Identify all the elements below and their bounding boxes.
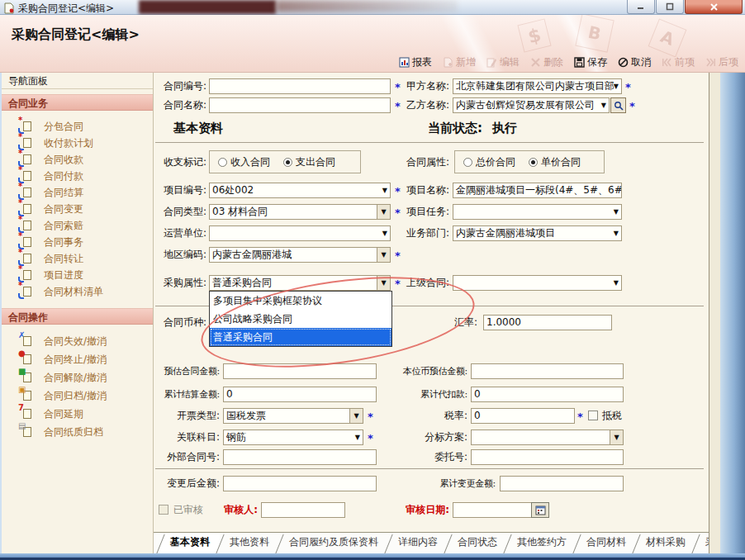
- chevron-down-icon[interactable]: ▼: [377, 205, 390, 219]
- changed-amount-input[interactable]: [223, 476, 377, 491]
- related-subject-select[interactable]: 钢筋▼: [223, 429, 363, 445]
- tax-deduct-checkbox[interactable]: [588, 411, 598, 420]
- exchange-rate-input[interactable]: 1.0000: [483, 315, 612, 330]
- tab[interactable]: 合同履约及质保资料: [279, 532, 388, 553]
- tab[interactable]: 材料采购: [636, 532, 695, 553]
- save-button[interactable]: 保存: [574, 55, 607, 69]
- project-no-select[interactable]: 06处002▼: [209, 183, 391, 198]
- calendar-button[interactable]: [531, 502, 549, 518]
- audited-checkbox[interactable]: [159, 505, 168, 515]
- chevron-down-icon[interactable]: ▼: [614, 83, 619, 90]
- contract-type-select[interactable]: 03 材料合同▼: [209, 204, 391, 220]
- previous-button[interactable]: 前项: [662, 55, 695, 69]
- chevron-down-icon[interactable]: ▼: [355, 434, 360, 441]
- business-dept-select[interactable]: 内蒙古金隅丽港城项目▼: [453, 225, 622, 241]
- chevron-down-icon[interactable]: ▼: [614, 230, 619, 237]
- sidebar-item[interactable]: ✗ 合同失效/撤消: [2, 332, 153, 350]
- chevron-down-icon[interactable]: ▼: [382, 187, 387, 194]
- tax-rate-input[interactable]: 0: [471, 408, 575, 424]
- tab[interactable]: 采购合同清单: [695, 532, 709, 553]
- sidebar-item[interactable]: * 合同索赔: [2, 217, 153, 234]
- tab[interactable]: 合同状态: [448, 532, 507, 553]
- chevron-down-icon[interactable]: ▼: [382, 230, 387, 237]
- next-button[interactable]: 后项: [705, 55, 738, 69]
- search-party-button[interactable]: [610, 97, 626, 113]
- sidebar-item[interactable]: 7 合同延期: [2, 405, 153, 423]
- report-icon: [399, 57, 410, 68]
- dropdown-option[interactable]: 公司战略采购合同: [210, 310, 391, 328]
- chevron-down-icon[interactable]: ▼: [610, 430, 623, 444]
- sidebar-item[interactable]: * 合同事务: [2, 234, 153, 250]
- tab[interactable]: 合同材料: [577, 532, 636, 553]
- close-button[interactable]: [685, 0, 743, 14]
- document-new-icon: *: [21, 137, 32, 149]
- radio-dot[interactable]: [283, 158, 292, 167]
- region-code-select[interactable]: 内蒙古金隅丽港城▼: [209, 247, 391, 263]
- tab[interactable]: 其他签约方: [507, 532, 577, 553]
- add-button[interactable]: 新增: [443, 55, 476, 69]
- tab[interactable]: 详细内容: [388, 532, 448, 553]
- radio-dot[interactable]: [529, 158, 538, 167]
- sidebar-item[interactable]: * 分包合同: [2, 118, 153, 135]
- chevron-down-icon[interactable]: ▼: [601, 102, 606, 109]
- minimize-button[interactable]: [627, 0, 655, 14]
- contract-no-input[interactable]: [209, 78, 391, 94]
- radio-unit-price-contract[interactable]: 单价合同: [529, 155, 581, 169]
- chevron-down-icon[interactable]: ▼: [349, 409, 363, 423]
- radio-expense-contract[interactable]: 支出合同: [283, 155, 335, 169]
- required-marker: *: [577, 408, 583, 424]
- project-name-input[interactable]: 金隅丽港城项目一标段(4#、5#、6#、: [453, 183, 622, 198]
- delete-button[interactable]: 删除: [530, 55, 563, 69]
- entrust-no-input[interactable]: [471, 449, 624, 465]
- audit-date-input[interactable]: [453, 502, 532, 518]
- sidebar-item[interactable]: * 合同转让: [2, 250, 153, 267]
- sidebar-item[interactable]: ▣ 合同归档/撤消: [2, 387, 153, 405]
- radio-dot[interactable]: [218, 158, 227, 167]
- radio-lump-sum-contract[interactable]: 总价合同: [463, 155, 515, 169]
- project-task-select[interactable]: ▼: [453, 204, 622, 220]
- sidebar-item[interactable]: * 收付款计划: [2, 135, 153, 151]
- sidebar-item[interactable]: ● 合同终止/撤消: [2, 350, 153, 368]
- chevron-down-icon[interactable]: ▼: [614, 279, 619, 287]
- sidebar-item[interactable]: * 项目进度: [2, 267, 153, 283]
- edit-button[interactable]: 编辑: [486, 55, 520, 69]
- auditor-input[interactable]: [261, 502, 345, 518]
- sidebar-item[interactable]: * 合同材料清单: [2, 283, 153, 300]
- report-button[interactable]: 报表: [399, 55, 432, 69]
- withhold-amount-input[interactable]: 0: [471, 387, 624, 402]
- invoice-type-select[interactable]: 国税发票▼: [223, 408, 363, 424]
- purchase-attr-select[interactable]: 普通采购合同▼: [209, 275, 391, 291]
- radio-income-contract[interactable]: 收入合同: [218, 155, 270, 169]
- external-no-input[interactable]: [223, 449, 377, 465]
- tab[interactable]: 其他资料: [220, 532, 279, 553]
- dropdown-option[interactable]: 多项目集中采购框架协议: [210, 292, 391, 310]
- chevron-down-icon[interactable]: ▼: [614, 208, 619, 216]
- est-amount-input[interactable]: [223, 363, 377, 379]
- est-amount-base-input[interactable]: [471, 363, 624, 379]
- settled-amount-input[interactable]: 0: [223, 387, 377, 402]
- operating-unit-select[interactable]: ▼: [209, 225, 391, 241]
- sidebar-item[interactable]: ■ 合同解除/撤消: [2, 368, 153, 387]
- window-bottom-border: [0, 553, 745, 560]
- sidebar-item[interactable]: * 合同付款: [2, 168, 153, 184]
- pay-flag-label: 收支标记:: [155, 154, 206, 170]
- dropdown-option[interactable]: 普通采购合同: [210, 328, 391, 346]
- sidebar-section-contract-business[interactable]: 合同业务: [2, 94, 153, 111]
- parent-contract-select[interactable]: ▼: [453, 275, 622, 291]
- contract-name-input[interactable]: [209, 97, 391, 113]
- cancel-button[interactable]: 取消: [618, 55, 651, 69]
- party-a-select[interactable]: 北京韩建集团有限公司内蒙古项目部▼: [453, 78, 622, 94]
- sidebar-item[interactable]: ▤ 合同纸质归档: [2, 423, 153, 441]
- chevron-down-icon[interactable]: ▼: [377, 248, 390, 262]
- sidebar-item[interactable]: * 合同结算: [2, 184, 153, 201]
- tab[interactable]: 基本资料: [160, 532, 220, 553]
- sidebar-item[interactable]: * 合同收款: [2, 151, 153, 168]
- sidebar-section-contract-operations[interactable]: 合同操作: [2, 308, 153, 325]
- bid-plan-select[interactable]: ▼: [471, 429, 624, 445]
- party-b-select[interactable]: 内蒙古创辉煌贸易发展有限公司▼: [453, 97, 610, 113]
- maximize-button[interactable]: [656, 0, 684, 14]
- total-change-input[interactable]: [500, 476, 624, 491]
- chevron-down-icon[interactable]: ▼: [377, 276, 390, 290]
- sidebar-item[interactable]: * 合同变更: [2, 201, 153, 217]
- radio-dot[interactable]: [463, 158, 472, 167]
